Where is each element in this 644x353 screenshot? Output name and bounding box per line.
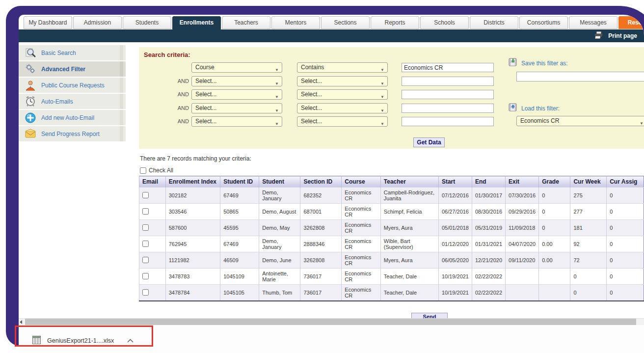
column-header-student: Student xyxy=(259,176,300,188)
table-row: 30218267469Demo, January682352Economics … xyxy=(139,188,644,204)
cell-exit xyxy=(506,269,539,285)
check-all-control[interactable]: Check All xyxy=(140,167,173,174)
field-select-5-value: Select... xyxy=(195,118,216,125)
field-select-2[interactable]: Select...▼ xyxy=(191,76,282,86)
cell-student-id: 1045109 xyxy=(220,269,259,285)
save-filter-label[interactable]: Save this filter as: xyxy=(521,60,568,67)
column-header-course: Course xyxy=(342,176,380,188)
operator-select-4[interactable]: Select...▼ xyxy=(297,103,388,113)
field-select-5[interactable]: Select...▼ xyxy=(191,116,282,127)
main-nav-tabs: My DashboardAdmissionStudentsEnrollments… xyxy=(24,16,644,29)
cell-end: 08/30/2016 xyxy=(472,204,506,220)
cell-course: Economics CR xyxy=(342,252,380,269)
cell-enrollment-index: 3478783 xyxy=(165,269,220,285)
row-email-checkbox[interactable] xyxy=(142,192,149,198)
row-email-checkbox[interactable] xyxy=(142,257,149,263)
cell-cur-week: 181 xyxy=(570,220,607,236)
field-select-3[interactable]: Select...▼ xyxy=(191,89,282,100)
criteria-value-input-4[interactable] xyxy=(402,104,494,113)
cell-teacher: Myers, Aura xyxy=(380,252,438,269)
cell-exit xyxy=(506,285,539,301)
operator-select-1-value: Contains xyxy=(301,64,324,71)
criteria-value-input-5[interactable] xyxy=(402,117,494,126)
operator-select-3-value: Select... xyxy=(301,91,322,98)
cell-start: 10/19/2021 xyxy=(438,269,472,285)
save-filter-input[interactable] xyxy=(516,72,644,81)
operator-select-1[interactable]: Contains▼ xyxy=(297,62,388,73)
tab-schools[interactable]: Schools xyxy=(420,16,469,29)
column-header-end: End xyxy=(472,176,506,188)
sidebar-item-send-progress-report[interactable]: Send Progress Report xyxy=(19,126,126,141)
print-page-button[interactable]: Print page xyxy=(594,31,637,41)
field-select-4-value: Select... xyxy=(195,105,216,111)
row-email-checkbox[interactable] xyxy=(142,208,149,215)
chevron-down-icon: ▼ xyxy=(380,92,384,100)
cell-grade xyxy=(539,285,570,301)
downloaded-file-name: GeniusExport21-1....xlsx xyxy=(47,337,114,344)
conjunction-label: AND xyxy=(171,118,189,124)
cell-student-id: 46509 xyxy=(220,252,259,269)
sidebar-item-edge-strip xyxy=(120,110,123,125)
scrollbar-thumb[interactable] xyxy=(25,319,636,325)
sidebar-item-advanced-filter[interactable]: Advanced Filter xyxy=(19,61,126,77)
tab-consortiums[interactable]: Consortiums xyxy=(519,16,568,29)
row-email-checkbox[interactable] xyxy=(142,241,149,247)
table-row: 34787831045109Antoinette, Marie736017Eco… xyxy=(139,269,644,285)
operator-select-2[interactable]: Select...▼ xyxy=(297,76,388,86)
criteria-row-4: ANDSelect...▼Select...▼ xyxy=(139,103,644,114)
operator-select-5[interactable]: Select...▼ xyxy=(297,116,388,127)
field-select-4[interactable]: Select...▼ xyxy=(191,103,282,113)
load-filter-select[interactable]: Economics CR ▼ xyxy=(516,116,644,126)
scroll-left-arrow-icon[interactable] xyxy=(20,320,22,324)
get-data-button[interactable]: Get Data xyxy=(413,137,445,147)
toolbar-bar: Print page xyxy=(19,29,644,42)
tab-my-dashboard[interactable]: My Dashboard xyxy=(24,16,72,29)
tab-reports[interactable]: Reports xyxy=(371,16,419,29)
tab-districts[interactable]: Districts xyxy=(470,16,518,29)
cell-student: Thumb, Tom xyxy=(259,285,300,301)
column-header-exit: Exit xyxy=(506,176,539,188)
printer-icon xyxy=(594,31,604,41)
cell-teacher: Teacher, Dale xyxy=(380,269,438,285)
criteria-value-input-2[interactable] xyxy=(402,77,494,86)
sidebar-item-basic-search[interactable]: Basic Search xyxy=(19,45,126,60)
sidebar-item-label: Basic Search xyxy=(41,50,76,56)
row-email-checkbox[interactable] xyxy=(142,273,149,279)
tab-messages[interactable]: Messages xyxy=(569,16,617,29)
cell-enrollment-index: 3478784 xyxy=(165,285,220,301)
horizontal-scrollbar[interactable] xyxy=(19,318,644,326)
row-email-checkbox[interactable] xyxy=(142,289,149,296)
cell-enrollment-index: 762945 xyxy=(165,236,220,252)
criteria-value-input-3[interactable] xyxy=(402,90,494,99)
criteria-value-input-1[interactable] xyxy=(402,63,494,72)
sidebar-item-add-new-auto-email[interactable]: Add new Auto-Email xyxy=(19,110,126,125)
cell-section-id: 736017 xyxy=(300,269,342,285)
downloaded-file-chip[interactable]: GeniusExport21-1....xlsx xyxy=(27,332,139,350)
tab-enrollments[interactable]: Enrollments xyxy=(172,16,221,29)
load-filter-label[interactable]: Load this filter: xyxy=(521,105,560,112)
field-select-3-value: Select... xyxy=(195,91,216,98)
tab-students[interactable]: Students xyxy=(123,16,171,29)
chevron-up-icon[interactable] xyxy=(127,339,134,343)
chevron-down-icon: ▼ xyxy=(275,106,279,113)
chevron-down-icon: ▼ xyxy=(275,65,279,73)
tab-mentors[interactable]: Mentors xyxy=(271,16,320,29)
sidebar-item-edge-strip xyxy=(120,45,123,60)
cell-grade: 0 xyxy=(539,204,570,220)
check-all-checkbox[interactable] xyxy=(140,167,146,174)
conjunction-label: AND xyxy=(171,78,189,84)
cell-enrollment-index: 1121982 xyxy=(165,252,220,269)
check-all-label: Check All xyxy=(149,167,173,174)
operator-select-3[interactable]: Select...▼ xyxy=(297,89,388,100)
tab-sections[interactable]: Sections xyxy=(321,16,370,29)
tab-teachers[interactable]: Teachers xyxy=(222,16,270,29)
conjunction-label: AND xyxy=(171,91,189,97)
cell-grade: 0 xyxy=(539,220,570,236)
field-select-1[interactable]: Course▼ xyxy=(191,62,282,73)
cell-course: Economics CR xyxy=(342,269,380,285)
sidebar-item-auto-emails[interactable]: Auto-Emails xyxy=(19,94,126,109)
cell-start: 10/19/2021 xyxy=(438,285,472,301)
row-email-checkbox[interactable] xyxy=(142,224,149,231)
tab-admission[interactable]: Admission xyxy=(73,16,122,29)
sidebar-item-public-course-requests[interactable]: Public Course Requests xyxy=(19,78,126,93)
